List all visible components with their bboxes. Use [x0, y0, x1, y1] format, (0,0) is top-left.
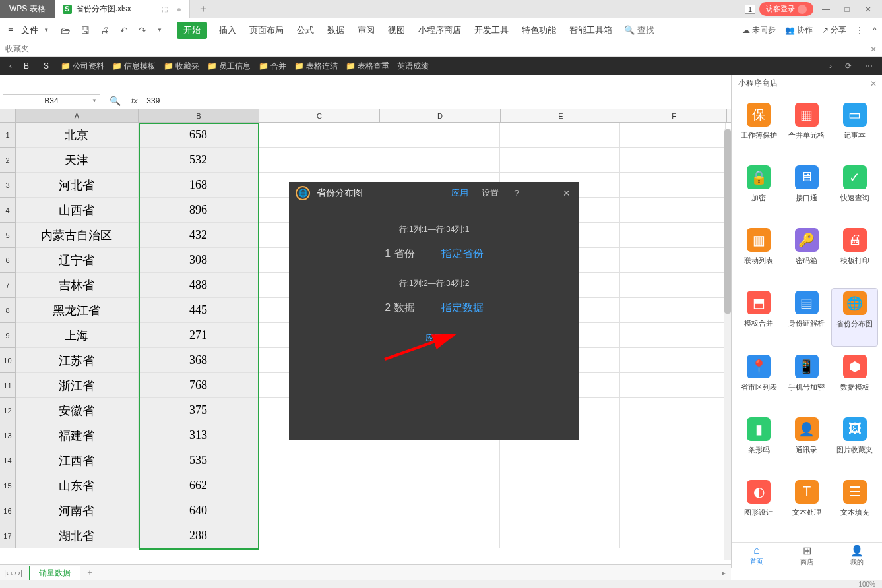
cell-empty[interactable]: [500, 498, 621, 523]
app-item-5[interactable]: ✓快速查询: [831, 163, 878, 220]
dialog-settings-tab[interactable]: 设置: [482, 187, 499, 199]
sheet-last-icon[interactable]: ›|: [18, 568, 22, 577]
cell-value[interactable]: 368: [139, 348, 259, 373]
cell-empty[interactable]: [620, 123, 726, 148]
col-header-a[interactable]: A: [16, 109, 139, 122]
ribbon-tab-7[interactable]: 小程序商店: [417, 22, 462, 39]
row-header[interactable]: 13: [0, 423, 16, 448]
cell-empty[interactable]: [620, 348, 726, 373]
ribbon-tab-2[interactable]: 页面布局: [248, 22, 285, 39]
cell-value[interactable]: 168: [139, 173, 259, 198]
cell-province[interactable]: 江西省: [16, 448, 139, 473]
undo-icon[interactable]: ↶: [116, 25, 132, 36]
row-header[interactable]: 17: [0, 523, 16, 548]
cell-value[interactable]: 375: [139, 398, 259, 423]
app-item-10[interactable]: ▤身份证解析: [784, 288, 831, 347]
cell-empty[interactable]: [259, 148, 379, 173]
bookmark-next-icon[interactable]: ›: [825, 61, 836, 71]
cell-empty[interactable]: [620, 198, 726, 223]
bookmark-item-4[interactable]: 📁合并: [255, 61, 290, 72]
cell-province[interactable]: 吉林省: [16, 273, 139, 298]
cell-value[interactable]: 768: [139, 373, 259, 398]
bookmark-item-6[interactable]: 📁表格查重: [342, 61, 393, 72]
dialog-close-button[interactable]: ✕: [561, 188, 573, 198]
row-header[interactable]: 7: [0, 273, 16, 298]
cell-empty[interactable]: [620, 523, 726, 548]
wps-tab[interactable]: WPS 表格: [0, 0, 55, 18]
cell-province[interactable]: 江苏省: [16, 348, 139, 373]
cell-empty[interactable]: [620, 473, 726, 498]
cell-value[interactable]: 432: [139, 223, 259, 248]
col-header-b[interactable]: B: [139, 109, 259, 122]
bookmark-item-3[interactable]: 📁员工信息: [203, 61, 255, 72]
row-header[interactable]: 10: [0, 348, 16, 373]
cell-empty[interactable]: [620, 173, 726, 198]
cell-empty[interactable]: [620, 248, 726, 273]
cell-province[interactable]: 浙江省: [16, 373, 139, 398]
col-header-f[interactable]: F: [621, 109, 727, 122]
cell-empty[interactable]: [500, 523, 621, 548]
app-item-18[interactable]: ◐图形设计: [736, 477, 782, 535]
dialog-help-button[interactable]: ?: [512, 188, 521, 198]
ribbon-tab-8[interactable]: 开发工具: [473, 22, 510, 39]
share-button[interactable]: ↗分享: [822, 24, 846, 36]
app-item-19[interactable]: T文本处理: [784, 477, 831, 535]
cell-value[interactable]: 271: [139, 323, 259, 348]
cell-empty[interactable]: [259, 473, 379, 498]
bookmark-item-5[interactable]: 📁表格连结: [290, 61, 342, 72]
row-header[interactable]: 6: [0, 248, 16, 273]
bookmark-prev-icon[interactable]: ‹: [5, 61, 16, 71]
side-panel-close-icon[interactable]: ✕: [870, 79, 877, 88]
cell-value[interactable]: 662: [139, 473, 259, 498]
cell-value[interactable]: 532: [139, 148, 259, 173]
app-item-3[interactable]: 🔒加密: [736, 163, 782, 220]
cell-value[interactable]: 313: [139, 423, 259, 448]
row-header[interactable]: 9: [0, 323, 16, 348]
cell-province[interactable]: 湖北省: [16, 523, 139, 548]
cell-empty[interactable]: [620, 448, 726, 473]
sheet-add-button[interactable]: ＋: [80, 567, 99, 578]
ribbon-tab-0[interactable]: 开始: [177, 22, 207, 39]
app-item-1[interactable]: ▦合并单元格: [784, 100, 831, 158]
fx-search-icon[interactable]: 🔍: [103, 96, 127, 106]
row-header[interactable]: 8: [0, 298, 16, 323]
cell-empty[interactable]: [620, 323, 726, 348]
cell-value[interactable]: 658: [139, 123, 259, 148]
cell-province[interactable]: 北京: [16, 123, 139, 148]
cell-empty[interactable]: [500, 448, 621, 473]
redo-drop-icon[interactable]: ▼: [153, 27, 166, 33]
cell-empty[interactable]: [620, 298, 726, 323]
file-menu[interactable]: 文件: [18, 24, 41, 36]
table-row[interactable]: 1北京658: [0, 123, 726, 148]
cell-province[interactable]: 黑龙江省: [16, 298, 139, 323]
cell-empty[interactable]: [379, 523, 500, 548]
side-nav-0[interactable]: ⌂首页: [732, 543, 782, 568]
col-header-e[interactable]: E: [501, 109, 621, 122]
cell-province[interactable]: 河南省: [16, 498, 139, 523]
file-tab[interactable]: S 省份分布图.xlsx ⬚ ●: [55, 0, 190, 18]
ribbon-tab-10[interactable]: 智能工具箱: [568, 22, 614, 39]
cell-empty[interactable]: [620, 148, 726, 173]
file-menu-drop-icon[interactable]: ▼: [44, 27, 49, 33]
table-row[interactable]: 17湖北省288: [0, 523, 726, 548]
cell-province[interactable]: 福建省: [16, 423, 139, 448]
ribbon-tab-3[interactable]: 公式: [296, 22, 315, 39]
cell-empty[interactable]: [620, 398, 726, 423]
sheet-next-icon[interactable]: ›: [14, 568, 16, 577]
bookmark-more-icon[interactable]: ⋯: [861, 61, 877, 71]
cell-empty[interactable]: [500, 473, 621, 498]
select-all-corner[interactable]: [0, 109, 16, 122]
ribbon-tab-6[interactable]: 视图: [387, 22, 406, 39]
sheet-tab-active[interactable]: 销量数据: [29, 566, 80, 580]
table-row[interactable]: 15山东省662: [0, 473, 726, 498]
col-header-c[interactable]: C: [259, 109, 380, 122]
cell-value[interactable]: 308: [139, 248, 259, 273]
dialog-apply-button[interactable]: 应用: [425, 333, 443, 343]
window-min-button[interactable]: —: [817, 5, 835, 14]
row-header[interactable]: 11: [0, 373, 16, 398]
coop-button[interactable]: 👥协作: [785, 24, 813, 36]
cell-empty[interactable]: [379, 448, 500, 473]
window-max-button[interactable]: □: [838, 5, 856, 14]
app-item-17[interactable]: 🖼图片收藏夹: [831, 415, 878, 472]
dialog-min-button[interactable]: —: [534, 188, 548, 198]
